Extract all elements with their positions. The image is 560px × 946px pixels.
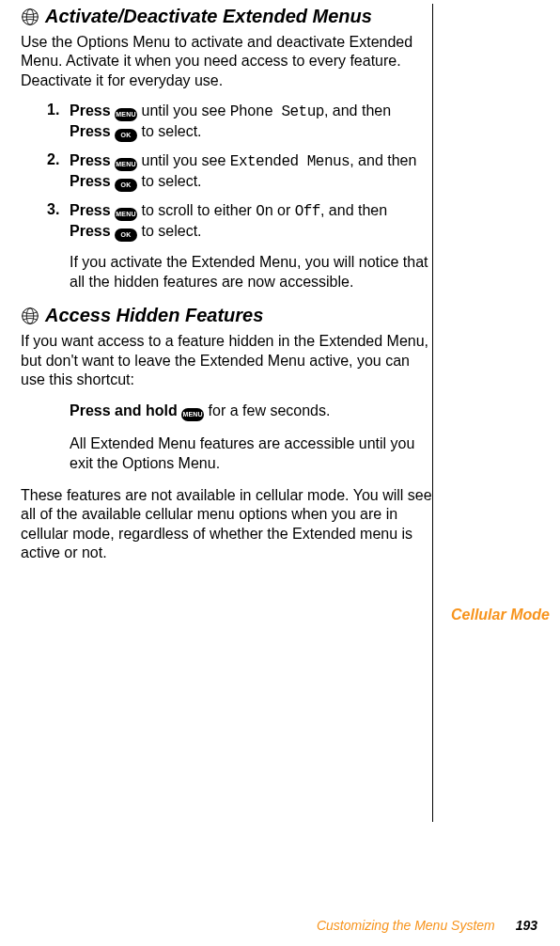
main-column: Activate/Deactivate Extended Menus Use t…	[0, 6, 442, 623]
step-2: 2. Press MENU until you see Extended Men…	[21, 151, 432, 192]
text-select: to select.	[137, 223, 201, 239]
menu-key-icon: MENU	[115, 152, 137, 171]
footer-section-name: Customizing the Menu System	[317, 918, 495, 933]
osd-on: On	[256, 203, 272, 220]
section-1-intro: Use the Options Menu to activate and dea…	[21, 33, 432, 90]
ok-key-label: OK	[121, 132, 132, 138]
globe-icon	[21, 8, 39, 26]
menu-key-label: MENU	[116, 111, 135, 118]
press-label: Press	[70, 152, 111, 168]
section-2-intro: If you want access to a feature hidden i…	[21, 332, 432, 389]
step-body: Press MENU to scroll to either On or Off…	[70, 201, 432, 242]
step-number: 3.	[47, 201, 70, 242]
ok-key-icon: OK	[115, 123, 137, 142]
press-label: Press	[70, 202, 111, 218]
menu-key-label: MENU	[116, 211, 135, 217]
side-note-cellular: Cellular Mode	[442, 606, 552, 623]
press-hold-label: Press and hold	[70, 402, 178, 418]
press-label2: Press	[70, 123, 111, 139]
page: Activate/Deactivate Extended Menus Use t…	[0, 0, 560, 946]
side-column: Cellular Mode	[442, 6, 560, 623]
osd-off: Off	[295, 203, 320, 220]
globe-icon	[21, 307, 39, 325]
page-footer: Customizing the Menu System 193	[317, 918, 537, 933]
footer-page-number: 193	[516, 918, 537, 933]
ok-key-label: OK	[121, 181, 132, 188]
step-number: 2.	[47, 151, 70, 192]
ok-key-label: OK	[121, 231, 132, 238]
text-or: or	[273, 202, 295, 218]
step-result-2: All Extended Menu features are accessibl…	[21, 434, 432, 473]
step-body: Press MENU until you see Extended Menus,…	[70, 151, 432, 192]
step-result-1: If you activate the Extended Menu, you w…	[21, 253, 432, 292]
text-andthen: , and then	[324, 102, 391, 118]
menu-key-icon: MENU	[115, 102, 137, 121]
column-separator	[432, 4, 433, 822]
menu-key-label: MENU	[182, 411, 202, 418]
press-label2: Press	[70, 173, 111, 189]
osd-phone-setup: Phone Setup	[230, 103, 324, 120]
text-select: to select.	[137, 123, 201, 139]
text-until: until you see	[137, 152, 230, 168]
text-scroll: to scroll to either	[137, 202, 256, 218]
steps-list-1: 1. Press MENU until you see Phone Setup,…	[21, 102, 432, 242]
shortcut-instruction: Press and hold MENU for a few seconds.	[21, 402, 432, 421]
section-heading-2: Access Hidden Features	[21, 305, 432, 326]
text-andthen: , and then	[320, 202, 387, 218]
press-label: Press	[70, 102, 111, 118]
menu-key-icon: MENU	[115, 202, 137, 221]
section-title-1: Activate/Deactivate Extended Menus	[45, 6, 372, 27]
text-andthen: , and then	[350, 152, 416, 168]
section-title-2: Access Hidden Features	[45, 305, 263, 326]
ok-key-icon: OK	[115, 223, 137, 242]
text-select: to select.	[137, 173, 201, 189]
step-1: 1. Press MENU until you see Phone Setup,…	[21, 102, 432, 142]
ok-key-icon: OK	[115, 173, 137, 192]
text-until: until you see	[137, 102, 230, 118]
step-3: 3. Press MENU to scroll to either On or …	[21, 201, 432, 242]
text-few-seconds: for a few seconds.	[204, 402, 330, 418]
step-number: 1.	[47, 102, 70, 142]
cellular-note: These features are not available in cell…	[21, 486, 432, 563]
press-label2: Press	[70, 223, 111, 239]
osd-extended-menus: Extended Menus	[230, 153, 350, 170]
section-heading-1: Activate/Deactivate Extended Menus	[21, 6, 432, 27]
step-body: Press MENU until you see Phone Setup, an…	[70, 102, 432, 142]
content-row: Activate/Deactivate Extended Menus Use t…	[0, 6, 560, 623]
menu-key-label: MENU	[116, 161, 135, 167]
menu-key-icon: MENU	[181, 402, 204, 421]
